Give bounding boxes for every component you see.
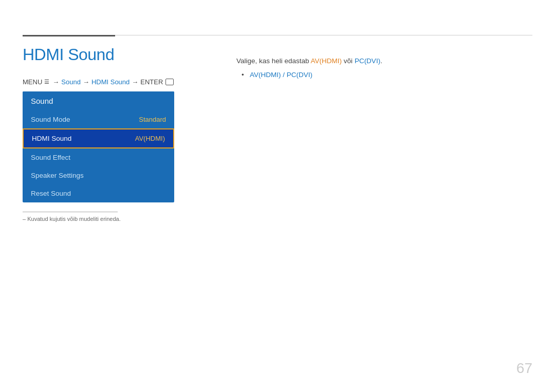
sound-mode-value: Standard [139, 116, 166, 123]
description-highlight-pc: PC(DVI) [355, 57, 380, 65]
breadcrumb-arrow-3: → [132, 78, 138, 86]
menu-item-sound-effect[interactable]: Sound Effect [23, 148, 174, 166]
menu-item-hdmi-sound[interactable]: HDMI Sound AV(HDMI) [23, 128, 174, 148]
breadcrumb-arrow-2: → [83, 78, 89, 86]
breadcrumb: MENU ☰ → Sound → HDMI Sound → ENTER [23, 78, 174, 86]
description-area: Valige, kas heli edastab AV(HDMI) või PC… [236, 55, 532, 79]
menu-header: Sound [23, 91, 174, 110]
breadcrumb-hdmi-sound: HDMI Sound [91, 78, 130, 86]
description-text-before: Valige, kas heli edastab [236, 57, 311, 65]
sound-effect-label: Sound Effect [31, 154, 70, 161]
enter-icon [165, 79, 174, 85]
breadcrumb-arrow-1: → [52, 78, 59, 86]
menu-item-reset-sound[interactable]: Reset Sound [23, 184, 174, 202]
breadcrumb-sound: Sound [61, 78, 81, 86]
top-accent-line [23, 35, 115, 36]
menu-icon: ☰ [44, 79, 49, 85]
breadcrumb-enter: ENTER [140, 78, 163, 86]
description-bullet-list: AV(HDMI) / PC(DVI) [236, 71, 532, 79]
description-text-after: . [380, 57, 382, 65]
page-title: HDMI Sound [23, 45, 114, 64]
description-paragraph: Valige, kas heli edastab AV(HDMI) või PC… [236, 55, 532, 67]
breadcrumb-menu: MENU [23, 78, 42, 86]
footnote-divider [23, 212, 118, 212]
hdmi-sound-label: HDMI Sound [32, 135, 71, 142]
menu-item-speaker-settings[interactable]: Speaker Settings [23, 166, 174, 184]
bullet-item-av-pc: AV(HDMI) / PC(DVI) [242, 71, 532, 79]
menu-item-sound-mode[interactable]: Sound Mode Standard [23, 110, 174, 128]
sound-menu-panel: Sound Sound Mode Standard HDMI Sound AV(… [23, 91, 174, 202]
speaker-settings-label: Speaker Settings [31, 172, 84, 179]
description-text-middle: või [342, 57, 355, 65]
footnote: – Kuvatud kujutis võib mudeliti erineda. [23, 216, 121, 222]
sound-mode-label: Sound Mode [31, 116, 70, 123]
hdmi-sound-value: AV(HDMI) [135, 135, 165, 142]
reset-sound-label: Reset Sound [31, 190, 71, 197]
page-number: 67 [516, 360, 532, 377]
description-highlight-av: AV(HDMI) [311, 57, 342, 65]
bullet-item-text: AV(HDMI) / PC(DVI) [250, 71, 312, 79]
